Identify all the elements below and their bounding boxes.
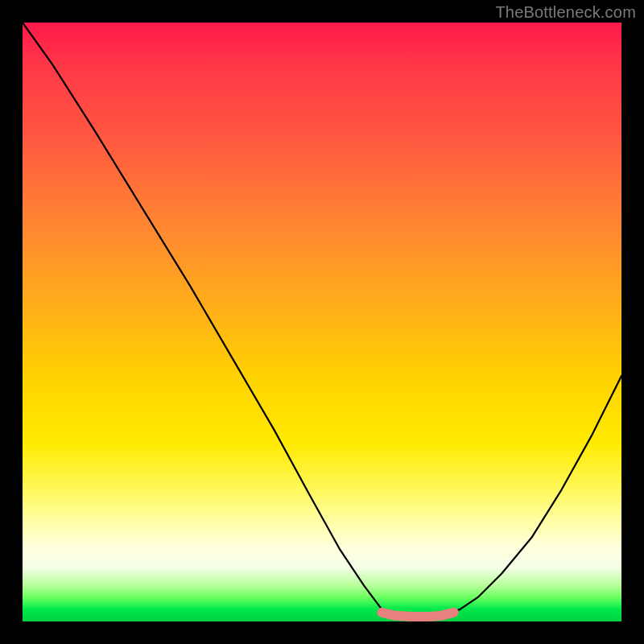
plot-background-gradient — [23, 23, 621, 621]
black-curve-line — [23, 23, 621, 616]
pink-floor-segment — [382, 613, 453, 617]
plot-svg — [23, 23, 621, 621]
chart-frame: TheBottleneck.com — [0, 0, 644, 644]
watermark-text: TheBottleneck.com — [495, 3, 636, 22]
